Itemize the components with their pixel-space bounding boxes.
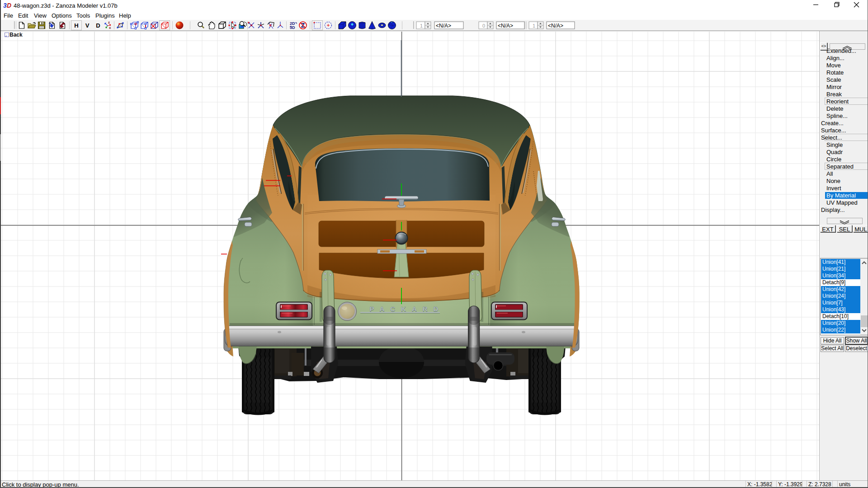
svg-text:0: 0 [482, 23, 485, 28]
svg-text:PACKARD: PACKARD [370, 305, 444, 313]
svg-text:<N/A>: <N/A> [498, 23, 513, 29]
svg-text:D: D [96, 22, 100, 29]
svg-text:H: H [74, 22, 78, 29]
svg-text:1: 1 [533, 23, 535, 28]
svg-text:x: x [109, 26, 111, 30]
svg-text:<N/A>: <N/A> [548, 23, 563, 29]
svg-text:3: 3 [3, 2, 7, 9]
svg-text:<N/A>: <N/A> [436, 23, 451, 29]
svg-text:V: V [85, 22, 90, 29]
svg-text:z: z [108, 20, 110, 24]
svg-text:D: D [7, 2, 11, 9]
svg-text:1: 1 [420, 23, 423, 28]
